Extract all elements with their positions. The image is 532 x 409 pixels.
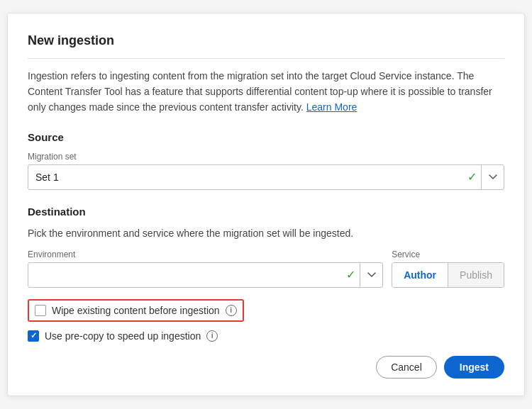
- wipe-checkbox-label: Wipe existing content before ingestion: [52, 305, 220, 316]
- precopy-checkbox-row: Use pre-copy to speed up ingestion i: [28, 330, 504, 342]
- modal-description: Ingestion refers to ingesting content fr…: [28, 69, 504, 115]
- select-chevron-icon[interactable]: [481, 165, 504, 189]
- select-check-icon: ✓: [463, 170, 481, 184]
- migration-set-label: Migration set: [28, 152, 504, 162]
- new-ingestion-modal: New ingestion Ingestion refers to ingest…: [7, 13, 525, 396]
- cancel-button[interactable]: Cancel: [376, 356, 437, 379]
- migration-set-value: Set 1: [28, 172, 463, 183]
- divider: [28, 58, 504, 59]
- modal-title: New ingestion: [28, 33, 504, 48]
- precopy-checkbox-label: Use pre-copy to speed up ingestion: [45, 330, 201, 342]
- environment-col: Environment ✓: [28, 250, 383, 288]
- service-col: Service Author Publish: [392, 250, 504, 288]
- precopy-checkbox[interactable]: [28, 330, 39, 342]
- ingest-button[interactable]: Ingest: [444, 356, 504, 379]
- environment-select[interactable]: ✓: [28, 262, 383, 288]
- wipe-checkbox[interactable]: [35, 305, 46, 316]
- publish-button[interactable]: Publish: [448, 263, 504, 287]
- author-button[interactable]: Author: [392, 263, 448, 287]
- env-chevron-icon[interactable]: [360, 263, 382, 287]
- destination-section: Destination Pick the environment and ser…: [28, 206, 504, 288]
- destination-section-title: Destination: [28, 206, 504, 218]
- destination-description: Pick the environment and service where t…: [28, 226, 504, 241]
- environment-label: Environment: [28, 250, 383, 259]
- wipe-info-icon[interactable]: i: [226, 305, 237, 316]
- migration-set-select[interactable]: Set 1 ✓: [28, 164, 504, 190]
- wipe-checkbox-row: Wipe existing content before ingestion i: [28, 299, 244, 322]
- learn-more-link[interactable]: Learn More: [306, 101, 358, 113]
- service-label: Service: [392, 250, 504, 259]
- env-check-icon: ✓: [342, 268, 360, 281]
- source-section-title: Source: [28, 131, 504, 143]
- service-buttons: Author Publish: [392, 262, 504, 288]
- footer-row: Cancel Ingest: [28, 356, 504, 379]
- env-service-row: Environment ✓ Service Author Publish: [28, 250, 504, 288]
- source-section: Source Migration set Set 1 ✓: [28, 131, 504, 190]
- precopy-info-icon[interactable]: i: [206, 330, 218, 342]
